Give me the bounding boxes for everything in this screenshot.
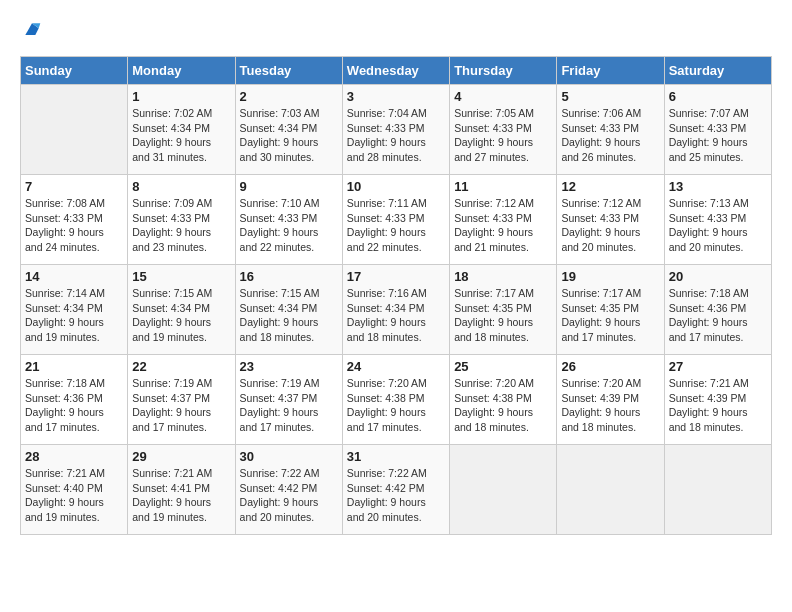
day-number: 29	[132, 449, 230, 464]
day-info: Sunrise: 7:12 AMSunset: 4:33 PMDaylight:…	[454, 196, 552, 255]
calendar-cell: 11Sunrise: 7:12 AMSunset: 4:33 PMDayligh…	[450, 175, 557, 265]
day-info: Sunrise: 7:19 AMSunset: 4:37 PMDaylight:…	[240, 376, 338, 435]
day-number: 22	[132, 359, 230, 374]
day-header-saturday: Saturday	[664, 57, 771, 85]
calendar-cell: 27Sunrise: 7:21 AMSunset: 4:39 PMDayligh…	[664, 355, 771, 445]
day-info: Sunrise: 7:21 AMSunset: 4:39 PMDaylight:…	[669, 376, 767, 435]
page-header	[20, 20, 772, 40]
calendar-cell: 10Sunrise: 7:11 AMSunset: 4:33 PMDayligh…	[342, 175, 449, 265]
day-info: Sunrise: 7:20 AMSunset: 4:38 PMDaylight:…	[347, 376, 445, 435]
calendar-week-row: 28Sunrise: 7:21 AMSunset: 4:40 PMDayligh…	[21, 445, 772, 535]
day-info: Sunrise: 7:21 AMSunset: 4:41 PMDaylight:…	[132, 466, 230, 525]
day-number: 16	[240, 269, 338, 284]
calendar-cell	[21, 85, 128, 175]
calendar-cell: 31Sunrise: 7:22 AMSunset: 4:42 PMDayligh…	[342, 445, 449, 535]
day-number: 23	[240, 359, 338, 374]
calendar-cell: 12Sunrise: 7:12 AMSunset: 4:33 PMDayligh…	[557, 175, 664, 265]
calendar-week-row: 7Sunrise: 7:08 AMSunset: 4:33 PMDaylight…	[21, 175, 772, 265]
day-number: 31	[347, 449, 445, 464]
day-number: 20	[669, 269, 767, 284]
day-header-wednesday: Wednesday	[342, 57, 449, 85]
logo	[20, 20, 42, 40]
day-info: Sunrise: 7:18 AMSunset: 4:36 PMDaylight:…	[669, 286, 767, 345]
day-info: Sunrise: 7:09 AMSunset: 4:33 PMDaylight:…	[132, 196, 230, 255]
day-info: Sunrise: 7:21 AMSunset: 4:40 PMDaylight:…	[25, 466, 123, 525]
calendar-cell: 7Sunrise: 7:08 AMSunset: 4:33 PMDaylight…	[21, 175, 128, 265]
calendar-week-row: 21Sunrise: 7:18 AMSunset: 4:36 PMDayligh…	[21, 355, 772, 445]
day-number: 6	[669, 89, 767, 104]
day-number: 26	[561, 359, 659, 374]
day-number: 25	[454, 359, 552, 374]
day-info: Sunrise: 7:07 AMSunset: 4:33 PMDaylight:…	[669, 106, 767, 165]
calendar-week-row: 1Sunrise: 7:02 AMSunset: 4:34 PMDaylight…	[21, 85, 772, 175]
day-number: 30	[240, 449, 338, 464]
day-info: Sunrise: 7:06 AMSunset: 4:33 PMDaylight:…	[561, 106, 659, 165]
calendar-table: SundayMondayTuesdayWednesdayThursdayFrid…	[20, 56, 772, 535]
calendar-cell: 28Sunrise: 7:21 AMSunset: 4:40 PMDayligh…	[21, 445, 128, 535]
day-info: Sunrise: 7:22 AMSunset: 4:42 PMDaylight:…	[347, 466, 445, 525]
calendar-cell: 9Sunrise: 7:10 AMSunset: 4:33 PMDaylight…	[235, 175, 342, 265]
calendar-cell: 2Sunrise: 7:03 AMSunset: 4:34 PMDaylight…	[235, 85, 342, 175]
calendar-cell	[557, 445, 664, 535]
day-number: 17	[347, 269, 445, 284]
day-number: 13	[669, 179, 767, 194]
day-info: Sunrise: 7:08 AMSunset: 4:33 PMDaylight:…	[25, 196, 123, 255]
calendar-cell: 21Sunrise: 7:18 AMSunset: 4:36 PMDayligh…	[21, 355, 128, 445]
day-number: 10	[347, 179, 445, 194]
day-number: 4	[454, 89, 552, 104]
calendar-cell: 26Sunrise: 7:20 AMSunset: 4:39 PMDayligh…	[557, 355, 664, 445]
day-number: 15	[132, 269, 230, 284]
calendar-cell: 8Sunrise: 7:09 AMSunset: 4:33 PMDaylight…	[128, 175, 235, 265]
day-info: Sunrise: 7:20 AMSunset: 4:38 PMDaylight:…	[454, 376, 552, 435]
calendar-cell: 6Sunrise: 7:07 AMSunset: 4:33 PMDaylight…	[664, 85, 771, 175]
day-header-tuesday: Tuesday	[235, 57, 342, 85]
calendar-header-row: SundayMondayTuesdayWednesdayThursdayFrid…	[21, 57, 772, 85]
day-info: Sunrise: 7:14 AMSunset: 4:34 PMDaylight:…	[25, 286, 123, 345]
day-number: 2	[240, 89, 338, 104]
day-info: Sunrise: 7:18 AMSunset: 4:36 PMDaylight:…	[25, 376, 123, 435]
day-info: Sunrise: 7:20 AMSunset: 4:39 PMDaylight:…	[561, 376, 659, 435]
day-number: 1	[132, 89, 230, 104]
day-info: Sunrise: 7:10 AMSunset: 4:33 PMDaylight:…	[240, 196, 338, 255]
day-info: Sunrise: 7:16 AMSunset: 4:34 PMDaylight:…	[347, 286, 445, 345]
day-number: 18	[454, 269, 552, 284]
day-number: 27	[669, 359, 767, 374]
calendar-cell: 23Sunrise: 7:19 AMSunset: 4:37 PMDayligh…	[235, 355, 342, 445]
calendar-cell	[450, 445, 557, 535]
calendar-cell: 14Sunrise: 7:14 AMSunset: 4:34 PMDayligh…	[21, 265, 128, 355]
calendar-cell: 20Sunrise: 7:18 AMSunset: 4:36 PMDayligh…	[664, 265, 771, 355]
day-number: 28	[25, 449, 123, 464]
day-info: Sunrise: 7:17 AMSunset: 4:35 PMDaylight:…	[454, 286, 552, 345]
day-number: 11	[454, 179, 552, 194]
day-header-thursday: Thursday	[450, 57, 557, 85]
day-number: 8	[132, 179, 230, 194]
calendar-cell: 1Sunrise: 7:02 AMSunset: 4:34 PMDaylight…	[128, 85, 235, 175]
calendar-cell: 15Sunrise: 7:15 AMSunset: 4:34 PMDayligh…	[128, 265, 235, 355]
calendar-cell	[664, 445, 771, 535]
day-info: Sunrise: 7:05 AMSunset: 4:33 PMDaylight:…	[454, 106, 552, 165]
calendar-cell: 17Sunrise: 7:16 AMSunset: 4:34 PMDayligh…	[342, 265, 449, 355]
calendar-cell: 29Sunrise: 7:21 AMSunset: 4:41 PMDayligh…	[128, 445, 235, 535]
day-info: Sunrise: 7:04 AMSunset: 4:33 PMDaylight:…	[347, 106, 445, 165]
day-number: 19	[561, 269, 659, 284]
day-info: Sunrise: 7:12 AMSunset: 4:33 PMDaylight:…	[561, 196, 659, 255]
day-number: 3	[347, 89, 445, 104]
calendar-cell: 4Sunrise: 7:05 AMSunset: 4:33 PMDaylight…	[450, 85, 557, 175]
day-number: 12	[561, 179, 659, 194]
day-info: Sunrise: 7:15 AMSunset: 4:34 PMDaylight:…	[240, 286, 338, 345]
day-info: Sunrise: 7:13 AMSunset: 4:33 PMDaylight:…	[669, 196, 767, 255]
calendar-cell: 25Sunrise: 7:20 AMSunset: 4:38 PMDayligh…	[450, 355, 557, 445]
calendar-cell: 13Sunrise: 7:13 AMSunset: 4:33 PMDayligh…	[664, 175, 771, 265]
day-number: 14	[25, 269, 123, 284]
day-number: 5	[561, 89, 659, 104]
calendar-cell: 24Sunrise: 7:20 AMSunset: 4:38 PMDayligh…	[342, 355, 449, 445]
day-info: Sunrise: 7:17 AMSunset: 4:35 PMDaylight:…	[561, 286, 659, 345]
calendar-cell: 22Sunrise: 7:19 AMSunset: 4:37 PMDayligh…	[128, 355, 235, 445]
day-number: 7	[25, 179, 123, 194]
day-header-monday: Monday	[128, 57, 235, 85]
day-info: Sunrise: 7:19 AMSunset: 4:37 PMDaylight:…	[132, 376, 230, 435]
day-info: Sunrise: 7:11 AMSunset: 4:33 PMDaylight:…	[347, 196, 445, 255]
calendar-cell: 16Sunrise: 7:15 AMSunset: 4:34 PMDayligh…	[235, 265, 342, 355]
day-number: 24	[347, 359, 445, 374]
day-info: Sunrise: 7:02 AMSunset: 4:34 PMDaylight:…	[132, 106, 230, 165]
